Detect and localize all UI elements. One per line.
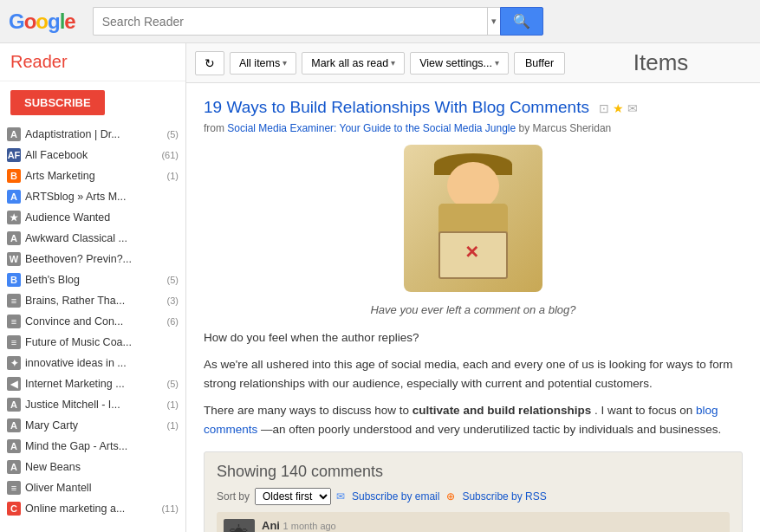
mark-all-label: Mark all as read	[311, 57, 388, 69]
sidebar-item-awkward-classical[interactable]: A Awkward Classical ...	[0, 228, 185, 249]
sidebar-item-new-beans[interactable]: A New Beans	[0, 457, 185, 477]
mark-all-arrow: ▾	[391, 58, 395, 68]
sidebar-item-label: Beth's Blog	[25, 274, 163, 286]
sidebar-item-arts-marketing[interactable]: B Arts Marketing (1)	[0, 165, 185, 186]
sidebar-item-beths-blog[interactable]: B Beth's Blog (5)	[0, 269, 185, 290]
article-title: 19 Ways to Build Relationships With Blog…	[204, 97, 743, 119]
sidebar-item-label: Brains, Rather Tha...	[25, 295, 163, 307]
sidebar-item-count: (1)	[167, 420, 179, 431]
view-settings-label: View settings...	[419, 57, 492, 69]
sidebar-item-label: Online marketing a...	[25, 503, 157, 515]
sidebar-item-icon: AF	[7, 148, 21, 162]
share-icon[interactable]: ✉	[627, 101, 638, 116]
sidebar-item-innovative-ideas[interactable]: ✦ innovative ideas in ...	[0, 353, 185, 373]
sidebar-item-audience-wanted[interactable]: ★ Audience Wanted	[0, 207, 185, 228]
google-logo: Google	[9, 10, 75, 34]
search-dropdown-button[interactable]: ▾	[487, 7, 500, 36]
sidebar-item-convince[interactable]: ≡ Convince and Con... (6)	[0, 311, 185, 332]
sidebar-item-beethoven[interactable]: W Beethoven? Previn?...	[0, 249, 185, 269]
sidebar-item-icon: ≡	[7, 481, 21, 495]
comments-box: Showing 140 comments Sort by Oldest firs…	[204, 451, 743, 532]
sort-select[interactable]: Oldest first	[255, 488, 331, 505]
buffer-button[interactable]: Buffer	[514, 52, 565, 75]
sidebar-items: A Adaptistration | Dr... (5) AF All Face…	[0, 124, 185, 519]
star-icon[interactable]: ★	[613, 101, 624, 116]
para3-middle: . I want to focus on	[594, 404, 696, 417]
sidebar-item-icon: ≡	[7, 315, 21, 328]
para3-prefix: There are many ways to discuss how to	[204, 404, 412, 417]
article-area: 19 Ways to Build Relationships With Blog…	[186, 83, 760, 532]
sidebar-item-brains[interactable]: ≡ Brains, Rather Tha... (3)	[0, 290, 185, 311]
sidebar-item-icon: ✦	[7, 356, 21, 370]
sidebar-item-icon: ★	[7, 211, 21, 224]
sidebar: Reader SUBSCRIBE A Adaptistration | Dr..…	[0, 43, 186, 532]
all-items-button[interactable]: All items ▾	[230, 52, 296, 75]
view-settings-arrow: ▾	[495, 58, 499, 68]
sidebar-item-label: Convince and Con...	[25, 315, 163, 328]
sidebar-item-label: Beethoven? Previn?...	[25, 253, 174, 265]
sidebar-header: Reader	[0, 43, 185, 81]
comments-title: Showing 140 comments	[217, 463, 730, 481]
sidebar-item-icon: A	[7, 398, 21, 412]
subscribe-rss-link[interactable]: Subscribe by RSS	[462, 490, 546, 503]
sidebar-item-adaptistration[interactable]: A Adaptistration | Dr... (5)	[0, 124, 185, 145]
sidebar-item-online-marketing[interactable]: C Online marketing a... (11)	[0, 498, 185, 519]
sidebar-item-future-music[interactable]: ≡ Future of Music Coa...	[0, 332, 185, 353]
sidebar-item-mary-carty[interactable]: A Mary Carty (1)	[0, 415, 185, 436]
sidebar-item-count: (1)	[167, 171, 179, 181]
toolbar: ↻ All items ▾ Mark all as read ▾ View se…	[186, 43, 760, 83]
sidebar-item-all-facebook[interactable]: AF All Facebook (61)	[0, 145, 185, 165]
search-button[interactable]: 🔍	[500, 7, 543, 36]
subscribe-button[interactable]: SUBSCRIBE	[10, 90, 105, 115]
sidebar-item-count: (6)	[167, 316, 179, 327]
article-caption: Have you ever left a comment on a blog?	[204, 303, 743, 316]
from-label: from	[204, 122, 227, 134]
sidebar-item-icon: B	[7, 169, 21, 183]
mark-all-read-button[interactable]: Mark all as read ▾	[302, 52, 405, 75]
view-settings-button[interactable]: View settings... ▾	[410, 52, 509, 75]
sidebar-item-label: Internet Marketing ...	[25, 378, 163, 390]
article-source-link[interactable]: Social Media Examiner: Your Guide to the…	[227, 122, 516, 134]
sidebar-item-icon: ◀	[7, 377, 21, 391]
comment-avatar: 🕷	[224, 519, 255, 532]
sidebar-item-icon: ≡	[7, 294, 21, 308]
para3-suffix: —an often poorly understood and very und…	[261, 423, 721, 436]
sidebar-item-mind-the-gap[interactable]: A Mind the Gap - Arts...	[0, 436, 185, 457]
sidebar-item-label: Awkward Classical ...	[25, 232, 174, 244]
sidebar-item-count: (5)	[167, 275, 179, 285]
external-link-icon[interactable]: ⊡	[599, 101, 609, 116]
all-items-label: All items	[239, 57, 280, 69]
subscribe-links: ✉ Subscribe by email ⊕ Subscribe by RSS	[336, 490, 547, 503]
sidebar-item-icon: W	[7, 252, 21, 266]
comment-time: 1 month ago	[283, 521, 336, 531]
sidebar-item-internet-marketing[interactable]: ◀ Internet Marketing ... (5)	[0, 373, 185, 394]
items-heading: Items	[570, 49, 751, 76]
search-container: ▾ 🔍	[93, 7, 543, 36]
sort-label: Sort by	[217, 490, 250, 503]
sidebar-item-label: Mind the Gap - Arts...	[25, 440, 174, 452]
avatar-image: 🕷	[230, 523, 249, 532]
sidebar-item-label: Arts Marketing	[25, 170, 163, 182]
sidebar-item-oliver-mantell[interactable]: ≡ Oliver Mantell	[0, 477, 185, 498]
sidebar-item-icon: ≡	[7, 335, 21, 349]
article-title-icons: ⊡ ★ ✉	[599, 101, 638, 116]
search-input[interactable]	[93, 7, 487, 36]
map-x: ✕	[464, 242, 479, 263]
sidebar-item-count: (3)	[167, 295, 179, 306]
comments-sort-row: Sort by Oldest first ✉ Subscribe by emai…	[217, 488, 730, 505]
subscribe-email-link[interactable]: Subscribe by email	[352, 490, 439, 503]
sidebar-item-label: ARTSblog » Arts M...	[25, 191, 174, 203]
main-content: 19 Ways to Build Relationships With Blog…	[186, 83, 760, 532]
refresh-button[interactable]: ↻	[195, 51, 224, 75]
article-para1: How do you feel when the author replies?	[204, 328, 743, 347]
sidebar-item-count: (1)	[167, 399, 179, 410]
sidebar-item-icon: A	[7, 439, 21, 453]
sidebar-item-icon: C	[7, 502, 21, 516]
article-title-link[interactable]: 19 Ways to Build Relationships With Blog…	[204, 98, 589, 116]
reader-title: Reader	[10, 52, 175, 72]
sidebar-item-label: Adaptistration | Dr...	[25, 128, 163, 140]
sidebar-item-artsblog[interactable]: A ARTSblog » Arts M...	[0, 186, 185, 207]
sidebar-item-count: (5)	[167, 379, 179, 389]
sidebar-item-justice-mitchell[interactable]: A Justice Mitchell - I... (1)	[0, 394, 185, 415]
article-para2: As we're all ushered into this age of so…	[204, 355, 743, 393]
